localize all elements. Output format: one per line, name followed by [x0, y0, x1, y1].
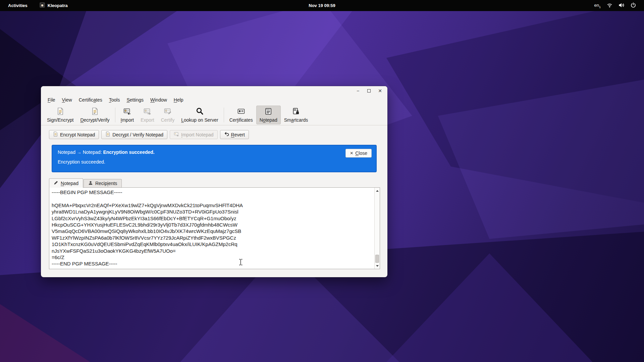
pgp-line: -----END PGP MESSAGE----- [52, 261, 373, 267]
vertical-scrollbar[interactable] [374, 188, 380, 269]
revert-button[interactable]: Revert [220, 130, 249, 139]
scroll-up-arrow-icon[interactable] [375, 188, 380, 193]
notepad-textarea[interactable]: -----BEGIN PGP MESSAGE----- hQEMA+PbqxcV… [49, 187, 380, 269]
menu-file[interactable]: File [44, 96, 59, 104]
minimize-button[interactable]: − [355, 88, 361, 94]
menu-certificates[interactable]: Certificates [75, 96, 106, 104]
pgp-message: -----BEGIN PGP MESSAGE----- hQEMA+PbqxcV… [52, 189, 373, 267]
tab-recipients[interactable]: Recipients [84, 179, 122, 187]
document-icon [53, 131, 58, 138]
pgp-line: 1O1KhTxcnzKG0uVdQEUESbmiPvdZqEqKMlb0ptxv… [52, 241, 373, 248]
toolbar-label: Certificates [229, 117, 253, 123]
toolbar-notepad[interactable]: Notepad [256, 106, 281, 124]
toolbar-label: Lookup on Server [181, 117, 218, 123]
pgp-line: hQEMA+PbqxcVr2nEAQf+PXeXw19wlZ7+kQgVjnwM… [52, 202, 373, 209]
notification-line1: Notepad → Notepad: Encryption succeeded. [58, 149, 371, 155]
card-import-icon [123, 107, 131, 116]
menu-tools[interactable]: Tools [106, 96, 123, 104]
tab-label: Notepad [61, 181, 78, 186]
wifi-icon[interactable] [607, 3, 612, 9]
menu-window[interactable]: Window [147, 96, 170, 104]
toolbar-lookup-on-server[interactable]: Lookup on Server [178, 106, 222, 124]
toolbar-label: Sign/Encrypt [47, 117, 73, 123]
undo-icon [224, 132, 229, 137]
menu-settings[interactable]: Settings [123, 96, 147, 104]
toolbar-label: Import [121, 117, 134, 123]
pgp-line: V5maGqQcD6VBA00mwQSiQq8yWkohxlLbb10IO4vJ… [52, 228, 373, 235]
notepad-icon [264, 107, 272, 116]
toolbar-decrypt-verify[interactable]: Decrypt/Verify [77, 106, 113, 124]
pgp-line: nJsYXwFSFQaS21u3oOaokYKGKG4bzyEfW5A7UOo= [52, 248, 373, 254]
pgp-line: yhra8WD1LnaDyA1ywgnjKLyV9N8OiWbgW/c0CpF3… [52, 209, 373, 215]
decrypt-verify-notepad-button[interactable]: Decrypt / Verify Notepad [101, 130, 167, 139]
window-close-button[interactable]: ✕ [377, 88, 383, 94]
maximize-button[interactable] [366, 88, 372, 94]
toolbar-label: Certify [161, 117, 174, 123]
menu-bar: File View Certificates Tools Settings Wi… [41, 95, 387, 105]
button-label: Decrypt / Verify Notepad [112, 132, 163, 137]
scroll-down-arrow-icon[interactable] [375, 263, 380, 268]
notepad-actions: Encrypt Notepad Decrypt / Verify Notepad… [49, 130, 387, 139]
id-card-icon [237, 107, 245, 116]
tab-notepad[interactable]: Notepad [49, 178, 83, 188]
tab-label: Recipients [95, 181, 117, 186]
import-notepad-button: Import Notepad [170, 130, 218, 139]
kleopatra-window: − ✕ File View Certificates Tools Setting… [41, 86, 387, 277]
toolbar-label: Smartcards [284, 117, 308, 123]
document-decrypt-icon [91, 107, 99, 116]
menu-help[interactable]: Help [170, 96, 187, 104]
volume-icon[interactable] [619, 3, 625, 9]
toolbar-label: Notepad [260, 117, 277, 123]
notification-close-button[interactable]: ✕ Close [345, 149, 372, 158]
toolbar-certificates[interactable]: Certificates [226, 106, 256, 124]
button-label: Revert [231, 132, 245, 137]
card-export-icon [143, 107, 151, 116]
document-icon [105, 131, 110, 138]
top-bar: Activities Kleopatra Nov 19 09:59 en1 [0, 0, 644, 11]
toolbar-certify: Certify [158, 106, 178, 124]
close-icon: ✕ [350, 151, 353, 156]
notification-line2: Encryption succeeded. [58, 159, 371, 165]
kleopatra-app-icon [40, 2, 45, 9]
window-titlebar[interactable]: − ✕ [41, 86, 387, 95]
encrypt-notepad-button[interactable]: Encrypt Notepad [49, 130, 99, 139]
activities-button[interactable]: Activities [5, 2, 30, 9]
scrollbar-thumb[interactable] [375, 255, 379, 263]
toolbar-label: Export [141, 117, 154, 123]
toolbar-smartcards[interactable]: Smartcards [281, 106, 312, 124]
button-label: Encrypt Notepad [60, 132, 95, 137]
toolbar-sign-encrypt[interactable]: Sign/Encrypt [44, 106, 77, 124]
toolbar: Sign/Encrypt Decrypt/Verify Import Expor… [41, 105, 387, 125]
toolbar-separator [224, 108, 224, 122]
notification-banner: Notepad → Notepad: Encryption succeeded.… [52, 145, 377, 172]
menu-view[interactable]: View [59, 96, 75, 104]
toolbar-export: Export [137, 106, 157, 124]
pencil-icon [54, 180, 58, 186]
app-menu-label: Kleopatra [48, 3, 68, 8]
close-label: Close [355, 150, 367, 156]
maximize-icon [367, 89, 371, 93]
toolbar-label: Decrypt/Verify [80, 117, 109, 123]
card-import-icon [174, 131, 179, 138]
search-icon [196, 107, 204, 116]
power-icon[interactable] [631, 2, 636, 9]
card-certify-icon [164, 107, 172, 116]
text-cursor [239, 259, 243, 267]
keyboard-layout-indicator[interactable]: en1 [594, 3, 601, 9]
pgp-line: LGbf2cXvrVyhS3wZ43ky/yN4WPbzEkYI3a1S66fE… [52, 216, 373, 222]
pgp-line: WF1zXfYlWzpINZsPA6a0b7lKfOWSr8VVcsr7YYz7… [52, 235, 373, 241]
smartcard-icon [292, 107, 300, 116]
pgp-line: HkcpOuSCG+YHXYusjHuEFLESvC2L9bhd/29r3yVl… [52, 222, 373, 228]
pgp-line [52, 196, 373, 202]
pgp-line: -----BEGIN PGP MESSAGE----- [52, 189, 373, 196]
tab-bar: Notepad Recipients [41, 178, 387, 187]
toolbar-import[interactable]: Import [117, 106, 138, 124]
pgp-line: =6c/Z [52, 254, 373, 261]
clock[interactable]: Nov 19 09:59 [305, 2, 339, 9]
person-icon [88, 181, 93, 186]
app-menu-button[interactable]: Kleopatra [38, 1, 70, 10]
toolbar-separator [115, 108, 115, 122]
button-label: Import Notepad [181, 132, 214, 137]
document-encrypt-icon [56, 107, 64, 116]
